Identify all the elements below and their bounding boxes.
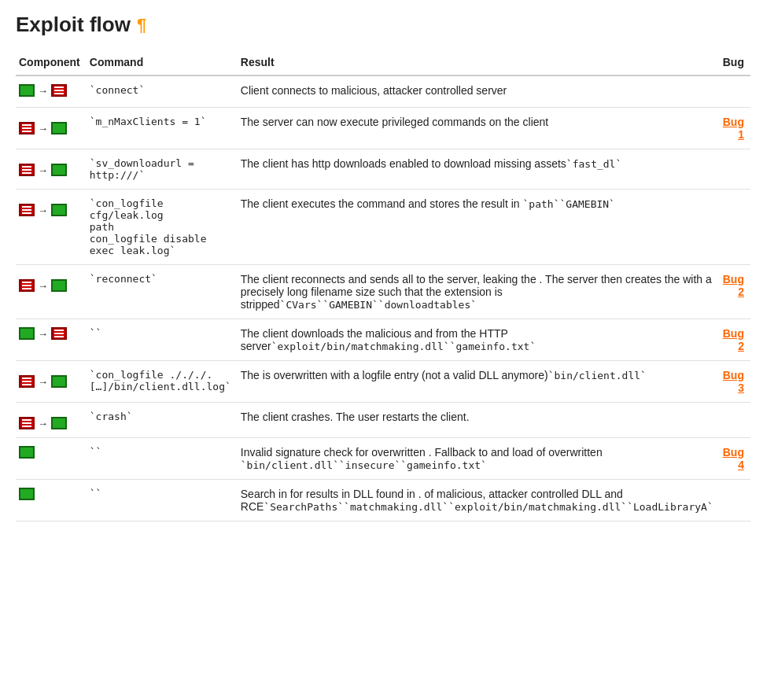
cell-command-5: `` [87,319,238,361]
cell-component-6: → [16,361,87,403]
cell-result-8: Invalid signature check for overwritten … [238,438,720,480]
cell-component-0: → [16,76,87,108]
green-box-icon [19,84,35,97]
cell-result-7: The client crashes. The user restarts th… [238,403,720,438]
arrow-icon: → [38,376,48,388]
cell-bug-1[interactable]: Bug 1 [720,108,750,149]
cell-component-8 [16,438,87,480]
arrow-icon: → [38,280,48,292]
page-title: Exploit flow ¶ [16,13,747,37]
cell-bug-2 [720,149,750,190]
inline-code: `bin/client.dll` [241,459,339,471]
component-icon-server-client: → [19,164,67,176]
red-server-icon [19,204,35,216]
arrow-icon: → [38,123,48,134]
component-icon-client-server: → [19,327,67,340]
col-header-component: Component [16,50,87,76]
component-icon-server-client: → [19,204,67,216]
cell-bug-3 [720,190,750,265]
cell-bug-4[interactable]: Bug 2 [720,265,750,319]
red-server-icon [19,375,35,388]
inline-code: `LoadLibraryA` [627,501,713,513]
table-row: → `connect` Client connects to malicious… [16,76,750,108]
cell-bug-9 [720,480,750,521]
inline-code: `` [90,488,102,499]
cell-command-3: `con_logfile cfg/leak.logpathcon_logfile… [87,190,238,265]
inline-code: `gameinfo.txt` [450,341,536,352]
table-row: `` Search in for results in DLL found in… [16,480,750,521]
red-server-icon [19,279,35,292]
inline-code: `connect` [90,84,145,96]
cell-result-6: The is overwritten with a logfile entry … [238,361,720,403]
arrow-icon: → [38,418,48,429]
cell-result-2: The client has http downloads enabled to… [238,149,720,190]
inline-code: `fast_dl` [566,158,621,170]
cell-component-4: → [16,265,87,319]
cell-component-9 [16,480,87,521]
cell-command-1: `m_nMaxClients = 1` [87,108,238,149]
arrow-icon: → [38,164,48,176]
green-box-icon [51,204,67,216]
bug-link-5[interactable]: Bug 2 [723,327,744,352]
inline-code: `SearchPaths` [264,501,344,513]
cell-command-0: `connect` [87,76,238,108]
pilcrow-icon: ¶ [137,15,146,35]
inline-code: `` [90,446,102,458]
inline-code: `downloadtables` [378,299,477,311]
inline-code: `crash` [90,411,133,422]
table-row: → `m_nMaxClients = 1` The server can now… [16,108,750,149]
cell-command-6: `con_logfile ./././.[…]/bin/client.dll.l… [87,361,238,403]
green-box-icon [51,164,67,176]
cell-component-1: → [16,108,87,149]
inline-code: `exploit/bin/matchmaking.dll` [271,341,450,352]
inline-code: `` [90,327,102,339]
inline-code: `bin/client.dll` [548,370,647,381]
red-server-icon [19,417,35,429]
green-box-icon [51,375,67,388]
cell-result-5: The client downloads the malicious and f… [238,319,720,361]
green-box-icon [51,122,67,134]
cell-result-4: The client reconnects and sends all to t… [238,265,720,319]
inline-code: `exploit/bin/matchmaking.dll` [448,501,627,513]
component-icon-server-client: → [19,417,67,429]
cell-command-2: `sv_downloadurl =http:///` [87,149,238,190]
bug-link-6[interactable]: Bug 3 [723,369,744,394]
cell-bug-5[interactable]: Bug 2 [720,319,750,361]
inline-code: `GAMEBIN` [323,299,378,311]
table-row: `` Invalid signature check for overwritt… [16,438,750,480]
col-header-result: Result [238,50,720,76]
green-box-icon [51,279,67,292]
inline-code: `CVars` [280,299,323,311]
cell-result-3: The client executes the command and stor… [238,190,720,265]
component-icon-server-client: → [19,279,67,292]
cell-component-5: → [16,319,87,361]
table-header-row: Component Command Result Bug [16,50,750,76]
inline-code: `GAMEBIN` [560,198,615,210]
cell-result-0: Client connects to malicious, attacker c… [238,76,720,108]
cell-component-3: → [16,190,87,265]
cell-component-7: → [16,403,87,438]
bug-link-1[interactable]: Bug 1 [723,116,744,141]
inline-code: `path` [523,198,560,210]
red-server-icon [19,164,35,176]
cell-bug-8[interactable]: Bug 4 [720,438,750,480]
cell-result-1: The server can now execute privileged co… [238,108,720,149]
cell-bug-6[interactable]: Bug 3 [720,361,750,403]
inline-code: `con_logfile ./././.[…]/bin/client.dll.l… [90,369,231,392]
red-server-icon [19,122,35,134]
bug-link-4[interactable]: Bug 2 [723,273,744,298]
arrow-icon: → [38,328,48,340]
cell-command-4: `reconnect` [87,265,238,319]
table-row: → `` The client downloads the malicious … [16,319,750,361]
title-text: Exploit flow [16,13,131,37]
bug-link-8[interactable]: Bug 4 [723,446,744,471]
component-icon-client-server: → [19,84,67,97]
cell-command-8: `` [87,438,238,480]
green-box-icon [19,488,35,500]
component-icon-client-only [19,446,35,459]
green-box-icon [51,417,67,429]
cell-command-9: `` [87,480,238,521]
inline-code: `m_nMaxClients = 1` [90,116,207,127]
table-row: → `con_logfile ./././.[…]/bin/client.dll… [16,361,750,403]
cell-command-7: `crash` [87,403,238,438]
